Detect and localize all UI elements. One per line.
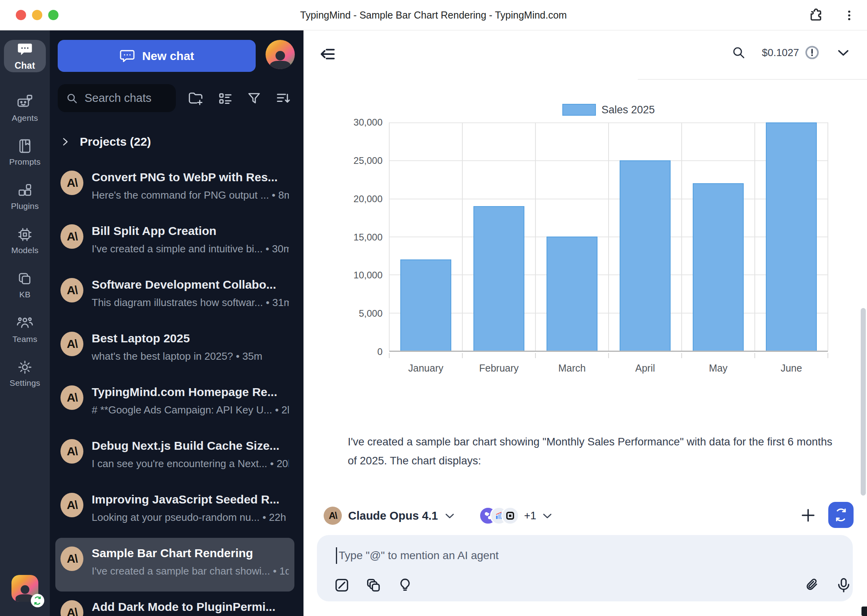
chat-time: 2h xyxy=(272,404,289,416)
sync-status-badge xyxy=(31,594,44,607)
chat-list-item[interactable]: A\Best Laptop 2025what's the best laptop… xyxy=(55,323,294,377)
chart-plot-area xyxy=(389,122,828,352)
chat-title: Software Development Collabo... xyxy=(92,278,289,291)
profile-avatar[interactable] xyxy=(266,40,295,69)
extensions-puzzle-icon[interactable] xyxy=(808,8,824,23)
message-input[interactable]: Type "@" to mention an AI agent xyxy=(336,545,834,567)
chat-time: 22h xyxy=(260,511,286,523)
chat-preview: I've created a sample bar chart showi... xyxy=(92,565,270,577)
projects-label: Projects (22) xyxy=(80,135,151,148)
chevron-down-icon xyxy=(443,509,456,522)
chat-time: 20h xyxy=(267,458,289,470)
lightbulb-icon[interactable] xyxy=(397,577,413,593)
chat-preview: Looking at your pseudo-random nu... xyxy=(92,511,260,523)
bar-june xyxy=(766,122,817,351)
projects-toggle[interactable]: Projects (22) xyxy=(60,130,151,154)
y-axis-tick-label: 10,000 xyxy=(354,270,383,281)
pages-stack-icon[interactable] xyxy=(365,577,382,593)
x-axis-category-label: February xyxy=(479,362,518,374)
filter-icon[interactable] xyxy=(247,91,262,106)
plugin-avatar-square-icon xyxy=(501,507,519,525)
regenerate-button[interactable] xyxy=(828,502,854,528)
anthropic-logo-avatar: A\ xyxy=(60,600,83,616)
chat-list-item[interactable]: A\Bill Split App CreationI've created a … xyxy=(55,216,294,269)
chat-title: Sample Bar Chart Rendering xyxy=(92,547,289,560)
anthropic-logo-avatar: A\ xyxy=(60,493,83,517)
microphone-icon[interactable] xyxy=(835,577,852,593)
y-axis-tick-label: 25,000 xyxy=(354,155,383,166)
paperclip-icon[interactable] xyxy=(804,577,820,593)
chevron-down-icon[interactable] xyxy=(835,45,851,60)
anthropic-logo-avatar: A\ xyxy=(60,224,83,249)
vertical-scrollbar-thumb[interactable] xyxy=(861,308,866,496)
agents-icon xyxy=(16,93,34,111)
x-axis-tick xyxy=(608,353,609,358)
chevron-down-icon xyxy=(541,509,554,522)
chat-list-item[interactable]: A\TypingMind.com Homepage Re...# **Googl… xyxy=(55,377,294,430)
chat-list-item[interactable]: A\Software Development Collabo...This di… xyxy=(55,269,294,323)
sidebar-item-chat[interactable]: Chat xyxy=(4,40,46,72)
teams-icon xyxy=(16,314,34,332)
profile-photo xyxy=(270,51,290,69)
new-chat-button[interactable]: New chat xyxy=(58,40,256,72)
chat-preview: I can see you're encountering a Next... xyxy=(92,458,267,470)
x-axis-tick xyxy=(462,353,463,358)
model-name: Claude Opus 4.1 xyxy=(348,509,438,522)
usage-balance[interactable]: $0.1027 xyxy=(762,45,820,60)
bulk-select-icon[interactable] xyxy=(217,90,233,106)
model-selector[interactable]: A\ Claude Opus 4.1 xyxy=(324,507,456,525)
header-divider xyxy=(638,79,867,80)
chart-x-axis: JanuaryFebruaryMarchAprilMayJune xyxy=(389,353,828,381)
search-chats-input[interactable]: Search chats xyxy=(58,84,176,112)
anthropic-logo-avatar: A\ xyxy=(324,507,342,525)
chat-list-item[interactable]: A\Sample Bar Chart RenderingI've created… xyxy=(55,538,294,592)
y-axis-tick-label: 5,000 xyxy=(359,308,383,319)
kb-icon xyxy=(17,270,33,287)
chat-time: 8m xyxy=(269,189,289,201)
anthropic-logo-avatar: A\ xyxy=(60,332,83,356)
browser-menu-kebab-icon[interactable] xyxy=(842,9,856,22)
sidebar-item-models[interactable]: Models xyxy=(4,218,46,263)
text-caret xyxy=(336,547,337,564)
plugins-icon xyxy=(17,182,33,199)
sidebar-item-teams[interactable]: Teams xyxy=(4,307,46,351)
sidebar-item-plugins[interactable]: Plugins xyxy=(4,174,46,218)
new-folder-icon[interactable] xyxy=(187,90,204,107)
chat-list-item[interactable]: A\Convert PNG to WebP with Res...Here's … xyxy=(55,162,294,216)
legend-label: Sales 2025 xyxy=(601,104,655,116)
rail-item-label: KB xyxy=(19,290,30,299)
bar-chart: Sales 2025 05,00010,00015,00020,00025,00… xyxy=(303,103,867,388)
chart-gridline xyxy=(754,122,755,351)
chat-list-item[interactable]: A\Add Dark Mode to PluginPermi... xyxy=(55,592,294,616)
canvas-edit-icon[interactable] xyxy=(334,577,350,593)
y-axis-tick-label: 20,000 xyxy=(354,193,383,205)
chat-title: Convert PNG to WebP with Res... xyxy=(92,171,289,184)
sidebar-item-agents[interactable]: Agents xyxy=(4,86,46,130)
chat-time: 30m xyxy=(263,243,289,255)
rail-item-label: Plugins xyxy=(11,201,39,211)
add-attachment-plus-icon[interactable] xyxy=(799,506,817,524)
search-conversation-icon[interactable] xyxy=(731,45,746,60)
collapse-sidebar-icon[interactable] xyxy=(319,45,337,64)
sort-icon[interactable] xyxy=(275,90,291,106)
more-plugins-count: +1 xyxy=(524,510,536,522)
rail-item-label: Prompts xyxy=(9,157,41,167)
chat-list-item[interactable]: A\Improving JavaScript Seeded R...Lookin… xyxy=(55,484,294,538)
anthropic-logo-avatar: A\ xyxy=(60,278,83,302)
sidebar-item-kb[interactable]: KB xyxy=(4,263,46,307)
chart-gridline xyxy=(608,122,609,351)
assistant-message: I've created a sample bar chart showing … xyxy=(348,432,834,470)
chat-preview: Here's the command for PNG output ... xyxy=(92,189,269,201)
chat-time: 35m xyxy=(233,350,262,362)
chart-gridline xyxy=(462,122,463,351)
sidebar-item-settings[interactable]: Settings xyxy=(4,351,46,395)
chat-title: Best Laptop 2025 xyxy=(92,332,289,345)
sidebar-item-prompts[interactable]: Prompts xyxy=(4,130,46,174)
anthropic-logo-avatar: A\ xyxy=(60,385,83,410)
chat-title: Add Dark Mode to PluginPermi... xyxy=(92,600,289,614)
y-axis-tick-label: 15,000 xyxy=(354,232,383,243)
rail-item-label: Models xyxy=(11,246,39,255)
chat-list-item[interactable]: A\Debug Next.js Build Cache Size...I can… xyxy=(55,430,294,484)
x-axis-category-label: May xyxy=(709,362,728,374)
plugins-selector[interactable]: +1 xyxy=(456,507,554,525)
